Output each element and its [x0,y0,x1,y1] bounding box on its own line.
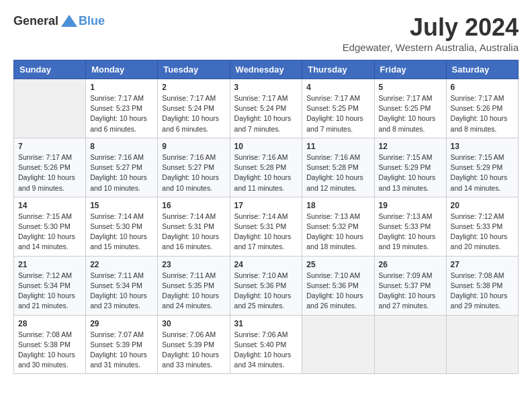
month-title: July 2024 [343,13,519,42]
day-info: Sunrise: 7:13 AM Sunset: 5:33 PM Dayligh… [379,212,442,253]
calendar-cell: 21Sunrise: 7:12 AM Sunset: 5:34 PM Dayli… [14,256,86,315]
day-number: 13 [451,142,514,151]
day-info: Sunrise: 7:06 AM Sunset: 5:40 PM Dayligh… [234,330,298,371]
day-info: Sunrise: 7:15 AM Sunset: 5:29 PM Dayligh… [379,152,442,193]
day-number: 12 [379,142,442,151]
day-info: Sunrise: 7:13 AM Sunset: 5:32 PM Dayligh… [306,212,369,253]
day-info: Sunrise: 7:14 AM Sunset: 5:30 PM Dayligh… [90,212,153,253]
day-number: 8 [90,142,153,151]
calendar-cell: 4Sunrise: 7:17 AM Sunset: 5:25 PM Daylig… [302,79,374,138]
calendar-week-row: 28Sunrise: 7:08 AM Sunset: 5:38 PM Dayli… [14,315,519,374]
calendar-cell: 29Sunrise: 7:07 AM Sunset: 5:39 PM Dayli… [86,315,158,374]
day-number: 31 [234,319,298,328]
day-number: 3 [234,83,298,92]
day-info: Sunrise: 7:12 AM Sunset: 5:34 PM Dayligh… [18,271,81,312]
calendar-cell: 7Sunrise: 7:17 AM Sunset: 5:26 PM Daylig… [14,138,86,197]
day-info: Sunrise: 7:17 AM Sunset: 5:25 PM Dayligh… [306,93,369,134]
day-number: 28 [18,319,81,328]
day-info: Sunrise: 7:17 AM Sunset: 5:26 PM Dayligh… [451,93,514,134]
day-info: Sunrise: 7:17 AM Sunset: 5:25 PM Dayligh… [379,93,442,134]
day-info: Sunrise: 7:08 AM Sunset: 5:38 PM Dayligh… [451,271,514,312]
day-number: 24 [234,260,298,269]
calendar-cell: 17Sunrise: 7:14 AM Sunset: 5:31 PM Dayli… [230,197,302,256]
day-info: Sunrise: 7:17 AM Sunset: 5:23 PM Dayligh… [90,93,153,134]
day-number: 6 [451,83,514,92]
day-info: Sunrise: 7:16 AM Sunset: 5:27 PM Dayligh… [90,152,153,193]
day-info: Sunrise: 7:11 AM Sunset: 5:34 PM Dayligh… [90,271,153,312]
calendar-table: SundayMondayTuesdayWednesdayThursdayFrid… [13,60,519,374]
calendar-cell [302,315,374,374]
calendar-cell: 14Sunrise: 7:15 AM Sunset: 5:30 PM Dayli… [14,197,86,256]
header-tuesday: Tuesday [158,60,230,79]
day-number: 19 [379,201,442,210]
day-number: 1 [90,83,153,92]
day-number: 27 [451,260,514,269]
svg-marker-0 [61,15,77,27]
day-number: 10 [234,142,298,151]
day-info: Sunrise: 7:14 AM Sunset: 5:31 PM Dayligh… [162,212,225,253]
calendar-cell: 25Sunrise: 7:10 AM Sunset: 5:36 PM Dayli… [302,256,374,315]
calendar-week-row: 7Sunrise: 7:17 AM Sunset: 5:26 PM Daylig… [14,138,519,197]
day-info: Sunrise: 7:15 AM Sunset: 5:30 PM Dayligh… [18,212,81,253]
day-number: 5 [379,83,442,92]
header-friday: Friday [374,60,446,79]
day-info: Sunrise: 7:10 AM Sunset: 5:36 PM Dayligh… [306,271,369,312]
calendar-cell [446,315,518,374]
day-info: Sunrise: 7:17 AM Sunset: 5:26 PM Dayligh… [18,152,81,193]
calendar-cell: 27Sunrise: 7:08 AM Sunset: 5:38 PM Dayli… [446,256,518,315]
day-info: Sunrise: 7:16 AM Sunset: 5:27 PM Dayligh… [162,152,225,193]
page-header: General Blue July 2024 Edgewater, Wester… [13,13,519,53]
day-number: 4 [306,83,369,92]
calendar-week-row: 21Sunrise: 7:12 AM Sunset: 5:34 PM Dayli… [14,256,519,315]
calendar-cell: 2Sunrise: 7:17 AM Sunset: 5:24 PM Daylig… [158,79,230,138]
day-info: Sunrise: 7:17 AM Sunset: 5:24 PM Dayligh… [234,93,298,134]
logo-icon [60,13,79,28]
day-number: 29 [90,319,153,328]
day-info: Sunrise: 7:12 AM Sunset: 5:33 PM Dayligh… [451,212,514,253]
day-info: Sunrise: 7:16 AM Sunset: 5:28 PM Dayligh… [234,152,298,193]
calendar-cell: 10Sunrise: 7:16 AM Sunset: 5:28 PM Dayli… [230,138,302,197]
calendar-cell: 22Sunrise: 7:11 AM Sunset: 5:34 PM Dayli… [86,256,158,315]
day-info: Sunrise: 7:16 AM Sunset: 5:28 PM Dayligh… [306,152,369,193]
calendar-cell: 5Sunrise: 7:17 AM Sunset: 5:25 PM Daylig… [374,79,446,138]
day-number: 11 [306,142,369,151]
calendar-cell: 15Sunrise: 7:14 AM Sunset: 5:30 PM Dayli… [86,197,158,256]
calendar-cell: 8Sunrise: 7:16 AM Sunset: 5:27 PM Daylig… [86,138,158,197]
header-sunday: Sunday [14,60,86,79]
day-info: Sunrise: 7:10 AM Sunset: 5:36 PM Dayligh… [234,271,298,312]
day-info: Sunrise: 7:09 AM Sunset: 5:37 PM Dayligh… [379,271,442,312]
calendar-cell: 11Sunrise: 7:16 AM Sunset: 5:28 PM Dayli… [302,138,374,197]
title-block: July 2024 Edgewater, Western Australia, … [343,13,519,53]
day-info: Sunrise: 7:11 AM Sunset: 5:35 PM Dayligh… [162,271,225,312]
calendar-cell: 1Sunrise: 7:17 AM Sunset: 5:23 PM Daylig… [86,79,158,138]
calendar-week-row: 14Sunrise: 7:15 AM Sunset: 5:30 PM Dayli… [14,197,519,256]
calendar-cell: 24Sunrise: 7:10 AM Sunset: 5:36 PM Dayli… [230,256,302,315]
day-number: 26 [379,260,442,269]
logo: General Blue [13,13,105,28]
day-number: 18 [306,201,369,210]
calendar-cell: 6Sunrise: 7:17 AM Sunset: 5:26 PM Daylig… [446,79,518,138]
header-saturday: Saturday [446,60,518,79]
day-info: Sunrise: 7:07 AM Sunset: 5:39 PM Dayligh… [90,330,153,371]
day-number: 23 [162,260,225,269]
day-number: 30 [162,319,225,328]
calendar-cell: 9Sunrise: 7:16 AM Sunset: 5:27 PM Daylig… [158,138,230,197]
calendar-cell: 23Sunrise: 7:11 AM Sunset: 5:35 PM Dayli… [158,256,230,315]
logo-text-blue: Blue [79,14,105,28]
calendar-cell: 31Sunrise: 7:06 AM Sunset: 5:40 PM Dayli… [230,315,302,374]
logo-text-general: General [13,14,58,28]
calendar-cell: 3Sunrise: 7:17 AM Sunset: 5:24 PM Daylig… [230,79,302,138]
day-number: 20 [451,201,514,210]
day-info: Sunrise: 7:06 AM Sunset: 5:39 PM Dayligh… [162,330,225,371]
calendar-cell: 19Sunrise: 7:13 AM Sunset: 5:33 PM Dayli… [374,197,446,256]
calendar-cell [14,79,86,138]
day-info: Sunrise: 7:14 AM Sunset: 5:31 PM Dayligh… [234,212,298,253]
day-number: 14 [18,201,81,210]
calendar-cell: 28Sunrise: 7:08 AM Sunset: 5:38 PM Dayli… [14,315,86,374]
day-info: Sunrise: 7:15 AM Sunset: 5:29 PM Dayligh… [451,152,514,193]
calendar-cell: 18Sunrise: 7:13 AM Sunset: 5:32 PM Dayli… [302,197,374,256]
header-wednesday: Wednesday [230,60,302,79]
day-number: 15 [90,201,153,210]
calendar-header-row: SundayMondayTuesdayWednesdayThursdayFrid… [14,60,519,79]
day-number: 9 [162,142,225,151]
